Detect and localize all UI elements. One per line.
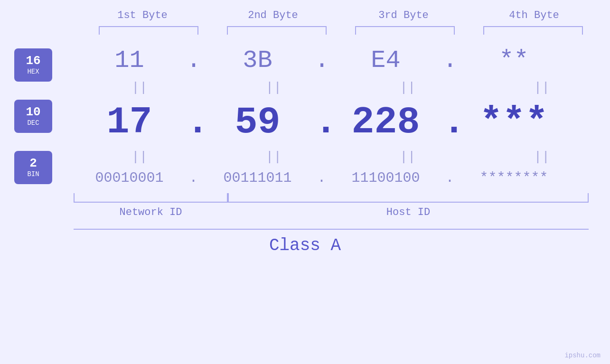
hex-val-1: 11 [114,47,144,75]
bin-cell-1: 00010001 [73,170,187,186]
bin-val-3: 11100100 [351,170,420,186]
hex-cell-3: E4 [329,47,443,75]
dec-val-4: *** [479,101,548,144]
class-label: Class A [269,236,341,255]
bin-val-2: 00111011 [223,170,291,186]
bracket-top-1 [99,26,198,35]
byte-label-4: 4th Byte [477,9,591,21]
hex-cell-4: ** [457,47,571,75]
hex-dot-2: . [315,47,329,75]
dec-number: 10 [26,106,40,118]
dec-cell-4: *** [457,101,571,144]
dec-dot-1: . [187,101,201,144]
bracket-top-2 [227,26,327,35]
hex-val-2: 3B [243,47,272,75]
equals-2-b1: || [83,149,197,164]
dec-badge: 10 DEC [14,100,52,133]
bin-dot-2: . [315,170,329,186]
bin-cell-2: 00111011 [201,170,315,186]
bin-val-4: ******** [479,170,548,186]
byte-label-3: 3rd Byte [347,9,460,21]
class-bracket-line [74,229,589,230]
hex-badge: 16 HEX [14,48,52,82]
network-bracket [74,193,228,203]
hex-row-with-dots: 11 . 3B . E4 . ** [73,47,609,75]
hex-number: 16 [26,55,40,67]
bin-number: 2 [29,157,37,169]
equals-row-2: || || || || [66,149,610,165]
bracket-top-4 [483,26,583,35]
watermark: ipshu.com [564,352,601,359]
byte-labels-row: 1st Byte 2nd Byte 3rd Byte 4th Byte [77,9,600,21]
dec-val-3: 228 [351,101,420,144]
equals-2-b4: || [485,149,599,164]
equals-row-1-inner: || || || || [73,80,609,95]
dec-cell-1: 17 [73,101,187,144]
byte-label-1: 1st Byte [85,9,199,21]
hex-dot-1: . [187,47,201,75]
main-container: 1st Byte 2nd Byte 3rd Byte 4th Byte 16 H… [0,0,610,364]
bin-values-row: 00010001 . 00111011 . 11100100 . *******… [66,165,610,191]
equals-1-b3: || [351,80,465,95]
bin-dot-3: . [443,170,457,186]
left-labels: 16 HEX 10 DEC 2 BIN [0,42,66,191]
bin-badge: 2 BIN [14,151,52,184]
hex-values-row: 11 . 3B . E4 . ** [66,42,610,79]
dec-name: DEC [27,119,39,127]
dec-val-2: 59 [235,101,280,144]
equals-1-b4: || [485,80,599,95]
bin-name: BIN [27,170,39,178]
bin-dot-1: . [187,170,201,186]
hex-name: HEX [27,68,39,75]
byte-label-2: 2nd Byte [216,9,330,21]
hex-dot-3: . [443,47,457,75]
network-id-label: Network ID [74,206,228,218]
dec-cell-3: 228 [329,101,443,144]
class-row: Class A [0,229,610,255]
dec-dot-3: . [443,101,457,144]
host-bracket [228,193,589,203]
bin-cell-3: 11100100 [329,170,443,186]
content-area: 16 HEX 10 DEC 2 BIN 11 . [0,42,610,191]
host-id-label: Host ID [228,206,589,218]
equals-1-b1: || [83,80,197,95]
bracket-top-3 [355,26,455,35]
hex-val-3: E4 [371,47,400,75]
hex-cell-2: 3B [201,47,315,75]
dec-dot-2: . [315,101,329,144]
dec-val-1: 17 [106,101,152,144]
values-grid: 11 . 3B . E4 . ** [66,42,610,191]
dec-cell-2: 59 [201,101,315,144]
bin-cell-4: ******** [457,170,571,186]
equals-row-1: || || || || [66,79,610,96]
hex-cell-1: 11 [73,47,187,75]
equals-1-b2: || [216,80,330,95]
equals-2-b3: || [351,149,465,164]
equals-row-2-inner: || || || || [73,149,609,164]
bin-val-1: 00010001 [95,170,163,186]
dec-values-row: 17 . 59 . 228 . *** [66,96,610,149]
bottom-bracket-area: Network ID Host ID [0,193,610,222]
bin-row-with-dots: 00010001 . 00111011 . 11100100 . *******… [73,170,609,186]
hex-val-4: ** [499,47,528,75]
top-bracket-row [84,26,597,35]
dec-row-with-dots: 17 . 59 . 228 . *** [73,101,609,144]
equals-2-b2: || [216,149,330,164]
